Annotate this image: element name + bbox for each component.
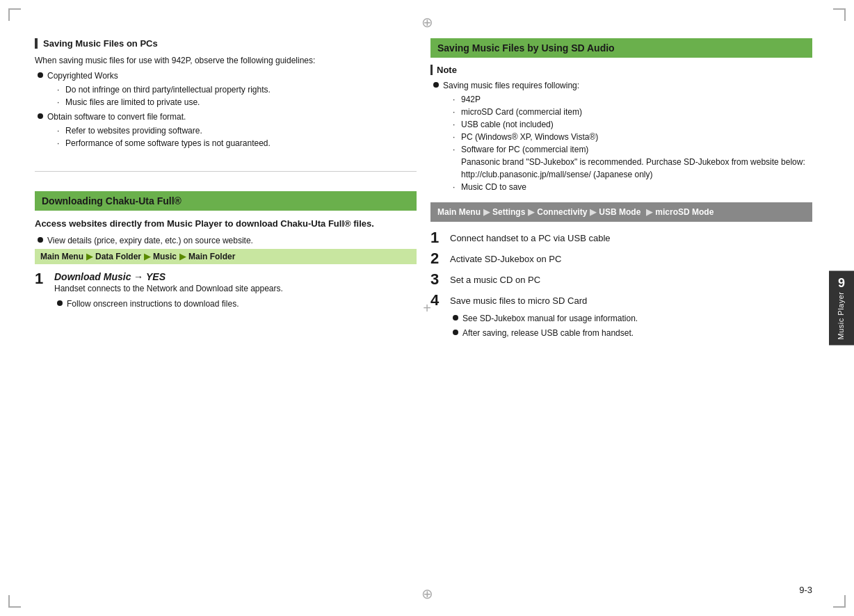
step-1-title: Download Music → YES [54, 271, 417, 282]
bullet-copyrighted: Copyrighted Works Do not infringe on thi… [38, 70, 417, 108]
note-intro: Saving music files requires following: [443, 81, 579, 90]
bullet-circle-2 [38, 113, 43, 119]
dark-arrow-4: ▶ [646, 206, 652, 218]
main-content: Saving Music Files on PCs When saving mu… [35, 38, 812, 578]
step-r2: 2 Activate SD-Jukebox on PC [430, 251, 812, 266]
sub-item-infringe: Do not infringe on third party/intellect… [57, 83, 271, 96]
note-main-item: Saving music files requires following: 9… [433, 79, 812, 193]
note-sub-pc: PC (Windows® XP, Windows Vista®) [453, 131, 805, 143]
bullet-circle-r4-1 [453, 315, 458, 321]
copyrighted-sub-list: Do not infringe on third party/intellect… [47, 83, 271, 108]
steps-container: 1 Connect handset to a PC via USB cable … [430, 230, 812, 347]
step-r4-bullet1-text: See SD-Jukebox manual for usage informat… [462, 312, 638, 325]
dark-menu-microsd: microSD Mode [655, 206, 714, 218]
side-tab-text: Music Player [837, 292, 846, 340]
sub-item-private: Music files are limited to private use. [57, 96, 271, 108]
step-r2-text: Activate SD-Jukebox on PC [450, 251, 561, 266]
dark-menu-connectivity: Connectivity [537, 206, 587, 218]
note-label: Note [430, 65, 812, 75]
dark-arrow-1: ▶ [483, 206, 490, 218]
bullet-software-text: Obtain software to convert file format. [47, 112, 186, 122]
note-list: Saving music files requires following: 9… [430, 79, 812, 193]
saving-files-intro: When saving music files for use with 942… [35, 54, 417, 67]
dark-menu-main: Main Menu [437, 206, 481, 218]
arrow-3: ▶ [179, 252, 186, 261]
step-1-arrow: → [134, 271, 146, 282]
step-r3: 3 Set a music CD on PC [430, 272, 812, 287]
step-r4-bullets: See SD-Jukebox manual for usage informat… [450, 312, 638, 339]
corner-mark-tr [833, 8, 846, 21]
dark-menu-usbmode: USB Mode [599, 206, 640, 218]
view-detail-list: View details (price, expiry date, etc.) … [35, 234, 417, 247]
step-r1-text: Connect handset to a PC via USB cable [450, 230, 611, 245]
side-tab-number: 9 [838, 277, 845, 289]
arrow-1: ▶ [86, 252, 92, 261]
step-r4-num: 4 [430, 293, 444, 308]
step-r4-bullet2-text: After saving, release USB cable from han… [462, 327, 634, 339]
downloading-section: Downloading Chaku-Uta Full® Access websi… [35, 191, 417, 316]
note-section: Note Saving music files requires followi… [430, 65, 812, 195]
dark-menu-settings: Settings [492, 206, 525, 218]
note-content: Saving music files requires following: 9… [443, 79, 805, 193]
step-1-italic: Download Music [54, 271, 131, 282]
top-crosshair: ⊕ [421, 14, 433, 31]
note-sub-software: Software for PC (commercial item) Panaso… [453, 143, 805, 181]
saving-files-bullets: Copyrighted Works Do not infringe on thi… [35, 70, 417, 149]
menu-item-main: Main Menu [40, 252, 83, 261]
bottom-crosshair: ⊕ [421, 585, 433, 602]
bullet-copyrighted-text: Copyrighted Works [47, 71, 118, 81]
step-r4-bullet1: See SD-Jukebox manual for usage informat… [453, 312, 638, 325]
note-sub-usb: USB cable (not included) [453, 118, 805, 131]
menu-item-mainfolder: Main Folder [188, 252, 235, 261]
step-1-yes: YES [146, 271, 166, 282]
step-1-bullets: Follow onscreen instructions to download… [54, 298, 417, 310]
view-detail-text: View details (price, expiry date, etc.) … [47, 234, 253, 247]
corner-mark-br [833, 595, 846, 608]
arrow-2: ▶ [144, 252, 150, 261]
menu-path-dark: Main Menu ▶ Settings ▶ Connectivity ▶ US… [430, 202, 812, 222]
menu-item-datafolder: Data Folder [95, 252, 141, 261]
dark-arrow-2: ▶ [528, 206, 534, 218]
step-1-sub: Handset connects to the Network and Down… [54, 282, 417, 295]
step-r4: 4 Save music files to micro SD Card See … [430, 293, 812, 341]
note-sub-microsd: microSD Card (commercial item) [453, 106, 805, 118]
download-step-1: 1 Download Music → YES Handset connects … [35, 271, 417, 312]
saving-files-section: Saving Music Files on PCs When saving mu… [35, 38, 417, 152]
bullet-circle-dl [57, 300, 63, 306]
step-1-number: 1 [35, 271, 49, 286]
sub-item-refer: Refer to websites providing software. [57, 124, 271, 137]
menu-item-music: Music [153, 252, 177, 261]
bullet-circle-r4-2 [453, 330, 458, 335]
divider-1 [35, 171, 417, 172]
bullet-circle-1 [38, 72, 43, 78]
step-r1-num: 1 [430, 230, 444, 245]
right-column: Saving Music Files by Using SD Audio Not… [430, 38, 812, 578]
menu-path-bar: Main Menu ▶ Data Folder ▶ Music ▶ Main F… [35, 249, 417, 264]
step-r3-text: Set a music CD on PC [450, 272, 540, 287]
step-r1: 1 Connect handset to a PC via USB cable [430, 230, 812, 245]
step-1-content: Download Music → YES Handset connects to… [54, 271, 417, 312]
software-sub-list: Refer to websites providing software. Pe… [47, 124, 271, 149]
dark-arrow-3: ▶ [590, 206, 596, 218]
step-r3-num: 3 [430, 272, 444, 287]
page-number: 9-3 [799, 585, 812, 595]
left-column: Saving Music Files on PCs When saving mu… [35, 38, 417, 578]
side-tab: 9 Music Player [829, 271, 854, 346]
step-r4-bullet2: After saving, release USB cable from han… [453, 327, 638, 339]
corner-mark-tl [8, 8, 21, 21]
bullet-software-content: Obtain software to convert file format. … [47, 111, 271, 149]
note-sub-942p: 942P [453, 93, 805, 106]
sub-item-performance: Performance of some software types is no… [57, 137, 271, 149]
step-1-bullet-text: Follow onscreen instructions to download… [67, 298, 239, 310]
corner-mark-bl [8, 595, 21, 608]
step-r4-content: Save music files to micro SD Card See SD… [450, 293, 638, 341]
bullet-software: Obtain software to convert file format. … [38, 111, 417, 149]
saving-files-header: Saving Music Files on PCs [35, 38, 417, 49]
step-1-bullet: Follow onscreen instructions to download… [57, 298, 417, 310]
step-r4-text: Save music files to micro SD Card [450, 294, 638, 308]
note-bullet-circle [433, 82, 439, 88]
sd-audio-header: Saving Music Files by Using SD Audio [430, 38, 812, 58]
access-statement: Access websites directly from Music Play… [35, 218, 417, 230]
bullet-circle-view [38, 237, 43, 243]
note-sub-musiccd: Music CD to save [453, 181, 805, 193]
